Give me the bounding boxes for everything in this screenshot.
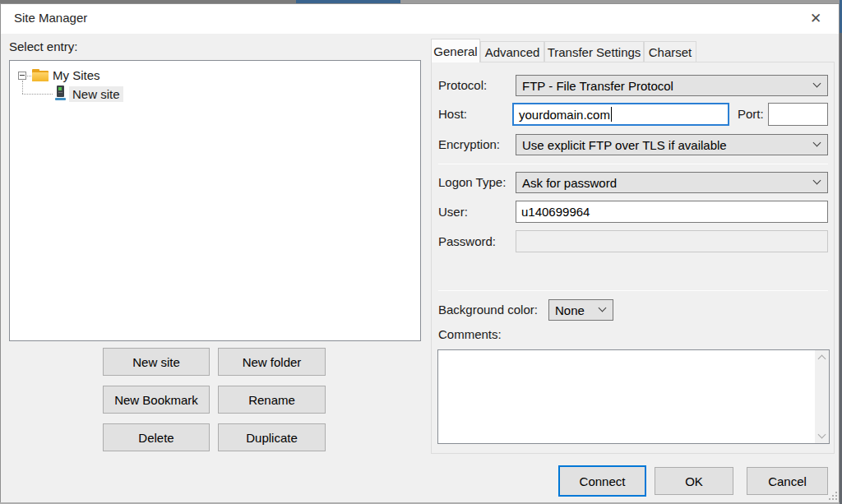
port-label: Port:: [738, 107, 764, 121]
comments-field: [437, 349, 830, 444]
chevron-down-icon: [813, 80, 821, 88]
user-label: User:: [438, 205, 468, 219]
folder-icon: [32, 69, 49, 81]
general-tab-page: Protocol: FTP - File Transfer Protocol H…: [431, 62, 835, 454]
protocol-label: Protocol:: [438, 78, 487, 92]
chevron-down-icon: [813, 139, 821, 147]
background-color-label: Background color:: [438, 303, 538, 317]
comments-textarea[interactable]: [438, 350, 815, 443]
separator: [438, 290, 828, 291]
scroll-down-icon[interactable]: [815, 429, 829, 443]
tree-connector: [22, 94, 53, 95]
connect-button[interactable]: Connect: [558, 465, 646, 497]
logon-type-dropdown[interactable]: Ask for password: [516, 172, 828, 193]
tab-transfer-settings[interactable]: Transfer Settings: [544, 41, 644, 62]
tab-general[interactable]: General: [431, 39, 480, 62]
close-button[interactable]: ✕: [799, 4, 832, 32]
titlebar: Site Manager ✕: [1, 4, 839, 34]
new-folder-button[interactable]: New folder: [218, 348, 326, 376]
scrollbar[interactable]: [815, 350, 829, 443]
site-manager-dialog: Site Manager ✕ Select entry: My Sites Ne…: [0, 3, 840, 502]
window-title: Site Manager: [14, 11, 87, 25]
duplicate-button[interactable]: Duplicate: [218, 423, 326, 451]
tree-connector: [22, 81, 23, 94]
new-site-button[interactable]: New site: [103, 348, 210, 376]
separator: [438, 164, 828, 164]
cancel-button[interactable]: Cancel: [747, 467, 828, 495]
host-label: Host:: [438, 107, 467, 121]
tree-item-new-site[interactable]: New site: [69, 86, 123, 102]
comments-label: Comments:: [438, 327, 502, 341]
host-input[interactable]: yourdomain.com: [512, 103, 729, 126]
password-input[interactable]: [516, 230, 828, 252]
tree-item-my-sites[interactable]: My Sites: [49, 67, 104, 83]
user-input[interactable]: [516, 201, 828, 223]
resize-grip-icon[interactable]: [827, 490, 837, 500]
delete-button[interactable]: Delete: [103, 423, 210, 451]
tab-advanced[interactable]: Advanced: [480, 41, 544, 62]
ok-button[interactable]: OK: [655, 467, 733, 495]
logon-type-label: Logon Type:: [438, 175, 506, 189]
protocol-dropdown[interactable]: FTP - File Transfer Protocol: [516, 75, 828, 96]
scroll-up-icon[interactable]: [815, 350, 829, 364]
encryption-label: Encryption:: [438, 137, 500, 151]
tab-charset[interactable]: Charset: [644, 41, 696, 62]
select-entry-label: Select entry:: [9, 39, 77, 53]
port-input[interactable]: [768, 103, 828, 126]
new-bookmark-button[interactable]: New Bookmark: [103, 386, 210, 414]
rename-button[interactable]: Rename: [218, 386, 326, 414]
server-icon: [55, 86, 67, 101]
site-tree[interactable]: My Sites New site: [9, 60, 421, 341]
password-label: Password:: [438, 234, 496, 248]
chevron-down-icon: [813, 177, 821, 185]
text-cursor: [611, 107, 612, 122]
collapse-icon[interactable]: [18, 72, 26, 80]
background-color-dropdown[interactable]: None: [548, 299, 613, 321]
tree-connector: [27, 76, 31, 76]
encryption-dropdown[interactable]: Use explicit FTP over TLS if available: [516, 134, 828, 155]
chevron-down-icon: [599, 304, 607, 312]
close-icon: ✕: [810, 10, 821, 27]
